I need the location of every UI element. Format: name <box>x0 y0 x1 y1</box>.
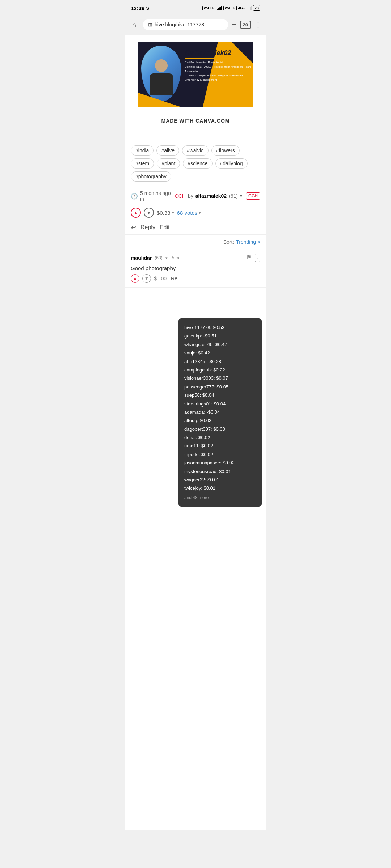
comment-author[interactable]: maulidar <box>131 255 152 261</box>
votes-popup-item: hive-117778: $0.53 <box>184 323 256 332</box>
reply-button[interactable]: Reply <box>140 224 155 231</box>
more-options-button[interactable]: ⋮ <box>255 20 262 29</box>
comment-item: maulidar (63) ▾ 5 m ⚑ - Good photography… <box>125 249 266 288</box>
profile-photo <box>141 46 181 102</box>
home-button[interactable]: ⌂ <box>129 20 139 30</box>
tag-item[interactable]: #india <box>131 145 154 156</box>
url-text: hive.blog/hive-117778 <box>155 22 204 27</box>
tag-item[interactable]: #alive <box>156 145 179 156</box>
sort-dropdown-arrow[interactable]: ▾ <box>258 240 260 244</box>
votes-popup-item: suep56: $0.04 <box>184 391 256 399</box>
tag-item[interactable]: #waivio <box>182 145 209 156</box>
votes-popup-item: whangster79: -$0.47 <box>184 340 256 349</box>
votes-popup-item: passenger777: $0.05 <box>184 383 256 391</box>
banner-username: @alfazmalek02 <box>185 49 253 57</box>
votes-popup-item: rima11: $0.02 <box>184 442 256 450</box>
clock-icon: 🕐 <box>131 193 138 200</box>
status-bar: 12:39 S · VoLTE VoLTE 4G+ 28 <box>125 0 266 14</box>
votes-popup-item: abh12345: -$0.28 <box>184 357 256 366</box>
comment-downvote-button[interactable]: ▼ <box>142 274 151 283</box>
tab-count[interactable]: 20 <box>240 21 251 29</box>
vote-amount-arrow[interactable]: ▾ <box>172 210 174 215</box>
collapse-button[interactable]: - <box>255 254 260 262</box>
url-bar[interactable]: ⊞ hive.blog/hive-117778 <box>143 19 228 30</box>
votes-popup-item: tripode: $0.02 <box>184 450 256 459</box>
banner-cert-1: Certified Infection Prevetionist <box>185 60 253 65</box>
banner-cert-2: Certified BLS - ACLS Provider from Amari… <box>185 65 253 73</box>
banner-divider <box>185 58 243 59</box>
volte-icon: VoLTE <box>202 6 215 10</box>
comment-upvote-button[interactable]: ▲ <box>131 274 139 283</box>
votes-popup-item: dehai: $0.02 <box>184 433 256 442</box>
tag-item[interactable]: #photography <box>131 171 171 182</box>
upvote-button[interactable]: ▲ <box>131 208 141 218</box>
comments-header: Sort: Trending ▾ <box>125 235 266 249</box>
votes-popup-item: vanje: $0.42 <box>184 349 256 357</box>
person-head <box>155 59 168 72</box>
canva-attribution: MADE WITH CANVA.COM <box>125 111 266 145</box>
votes-popup-item: dagobert007: $0.03 <box>184 425 256 433</box>
comment-actions-right: ⚑ - <box>246 254 260 262</box>
author-dropdown-arrow[interactable]: ▾ <box>240 193 242 199</box>
cch-badge[interactable]: CCH <box>246 192 260 200</box>
votes-popup: hive-117778: $0.53galenkp: -$0.51whangst… <box>178 318 262 507</box>
comment-amount[interactable]: $0.00 <box>154 276 167 281</box>
banner-cert-3: 6 Years Of Experience In Surgical Trauma… <box>185 73 253 82</box>
banner-text-area: @alfazmalek02 Certified Infection Prevet… <box>185 49 253 82</box>
votes-popup-item: starstrings01: $0.04 <box>184 400 256 408</box>
signal-bars-2 <box>247 6 252 10</box>
tag-item[interactable]: #stem <box>131 158 154 169</box>
time-ago-text: 5 months ago in <box>140 190 173 202</box>
comment-header: maulidar (63) ▾ 5 m ⚑ - <box>131 254 260 262</box>
network-type: 4G+ <box>238 6 245 10</box>
status-time: 12:39 <box>131 5 144 11</box>
comment-author-dropdown[interactable]: ▾ <box>165 256 168 260</box>
profile-card: @alfazmalek02 Certified Infection Prevet… <box>138 42 253 107</box>
votes-popup-item: twicejoy: $0.01 <box>184 484 256 492</box>
status-dot: · <box>151 6 152 10</box>
votes-popup-item: adamada: -$0.04 <box>184 408 256 416</box>
votes-popup-item: campingclub: $0.22 <box>184 366 256 374</box>
tab-icon: ⊞ <box>148 22 152 27</box>
comment-rep: (63) <box>155 255 162 260</box>
browser-actions: + 20 ⋮ <box>232 20 262 29</box>
volte-icon-2: VoLTE <box>223 6 236 10</box>
votes-count-arrow[interactable]: ▾ <box>199 210 201 215</box>
carrier-icon: S <box>146 5 149 11</box>
author-link[interactable]: alfazmalek02 <box>196 193 227 199</box>
downvote-button[interactable]: ▼ <box>144 208 154 218</box>
votes-popup-item: galenkp: -$0.51 <box>184 332 256 340</box>
person-silhouette <box>148 56 174 92</box>
tag-item[interactable]: #dailyblog <box>215 158 248 169</box>
tag-item[interactable]: #science <box>183 158 212 169</box>
battery-indicator: 28 <box>253 5 260 11</box>
new-tab-button[interactable]: + <box>232 20 236 29</box>
comment-text: Good photography <box>131 265 260 271</box>
tag-item[interactable]: #plant <box>157 158 180 169</box>
profile-banner-section: @alfazmalek02 Certified Infection Prevet… <box>125 35 266 111</box>
edit-button[interactable]: Edit <box>160 224 170 231</box>
sort-value[interactable]: Trending <box>236 239 256 245</box>
reply-icon: ↩ <box>131 224 136 231</box>
person-body <box>150 73 173 95</box>
author-rep: (61) <box>229 193 238 199</box>
community-link[interactable]: CCH <box>175 193 186 199</box>
votes-popup-item: mysteriousroad: $0.01 <box>184 467 256 476</box>
votes-popup-item: jasonmunapasee: $0.02 <box>184 459 256 467</box>
comment-time: 5 m <box>172 255 179 260</box>
votes-popup-more[interactable]: and 48 more <box>184 494 256 502</box>
comment-reply-button[interactable]: Re... <box>171 276 182 281</box>
signal-bars-1 <box>217 6 222 10</box>
votes-count[interactable]: 68 votes ▾ <box>177 210 201 216</box>
main-content: @alfazmalek02 Certified Infection Prevet… <box>125 35 266 830</box>
reply-edit-bar: ↩ Reply Edit <box>125 221 266 235</box>
tag-item[interactable]: #flowers <box>211 145 240 156</box>
by-text: by <box>188 193 193 199</box>
comment-vote-bar: ▲ ▼ $0.00 Re... <box>131 274 260 283</box>
vote-bar: ▲ ▼ $0.33 ▾ 68 votes ▾ <box>125 205 266 221</box>
tags-section: #india#alive#waivio#flowers#stem#plant#s… <box>125 145 266 187</box>
votes-popup-item: visionaer3003: $0.07 <box>184 374 256 382</box>
status-icons: VoLTE VoLTE 4G+ 28 <box>202 5 260 11</box>
vote-amount[interactable]: $0.33 ▾ <box>157 210 174 216</box>
flag-button[interactable]: ⚑ <box>246 254 251 262</box>
